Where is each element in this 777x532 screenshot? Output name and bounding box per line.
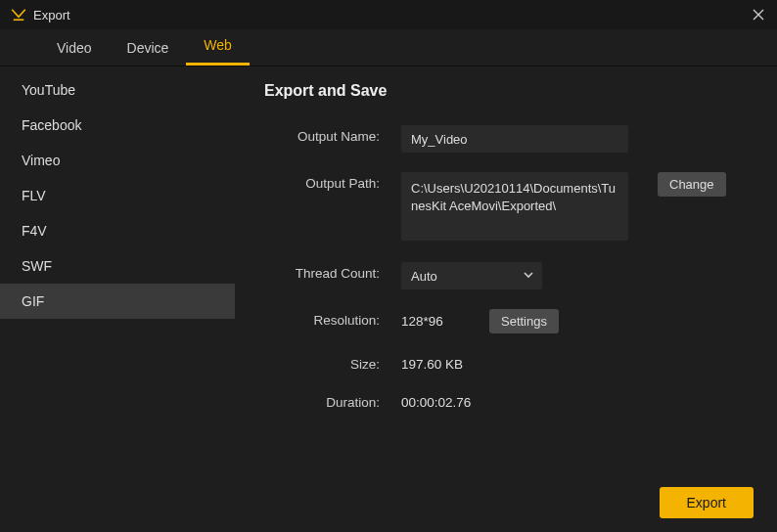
export-button[interactable]: Export	[660, 487, 754, 518]
change-path-button[interactable]: Change	[658, 172, 726, 197]
sidebar-item-swf[interactable]: SWF	[0, 248, 235, 284]
thread-count-value: Auto	[411, 269, 523, 284]
sidebar-item-gif[interactable]: GIF	[0, 284, 235, 319]
resolution-value: 128*96	[401, 314, 460, 329]
label-output-path: Output Path:	[264, 172, 401, 191]
row-output-path: Output Path: C:\Users\U20210114\Document…	[264, 172, 757, 241]
tab-video[interactable]: Video	[39, 32, 110, 66]
app-logo-icon	[10, 6, 27, 23]
output-name-input[interactable]	[401, 125, 628, 153]
format-sidebar: YouTube Facebook Vimeo FLV F4V SWF GIF	[0, 66, 235, 532]
label-size: Size:	[264, 353, 401, 372]
titlebar: Export	[0, 0, 777, 29]
tab-bar: Video Device Web	[0, 29, 777, 66]
window-title: Export	[33, 8, 70, 22]
output-path-display: C:\Users\U20210114\Documents\TunesKit Ac…	[401, 172, 628, 241]
export-settings-panel: Export and Save Output Name: Output Path…	[235, 66, 777, 532]
sidebar-item-youtube[interactable]: YouTube	[0, 72, 235, 108]
panel-heading: Export and Save	[264, 82, 757, 100]
resolution-settings-button[interactable]: Settings	[489, 309, 559, 333]
tab-device[interactable]: Device	[110, 32, 187, 66]
label-resolution: Resolution:	[264, 309, 401, 328]
label-thread-count: Thread Count:	[264, 262, 401, 281]
row-output-name: Output Name:	[264, 125, 757, 153]
size-value: 197.60 KB	[401, 353, 463, 372]
label-output-name: Output Name:	[264, 125, 401, 144]
row-size: Size: 197.60 KB	[264, 353, 757, 372]
row-duration: Duration: 00:00:02.76	[264, 391, 757, 410]
tab-web[interactable]: Web	[186, 29, 250, 66]
footer: Export	[660, 487, 754, 518]
main-area: YouTube Facebook Vimeo FLV F4V SWF GIF E…	[0, 66, 777, 532]
chevron-down-icon	[523, 267, 534, 285]
sidebar-item-flv[interactable]: FLV	[0, 178, 235, 213]
row-resolution: Resolution: 128*96 Settings	[264, 309, 757, 333]
row-thread-count: Thread Count: Auto	[264, 262, 757, 289]
duration-value: 00:00:02.76	[401, 391, 471, 410]
sidebar-item-f4v[interactable]: F4V	[0, 213, 235, 248]
label-duration: Duration:	[264, 391, 401, 410]
close-icon[interactable]	[750, 6, 767, 23]
sidebar-item-facebook[interactable]: Facebook	[0, 108, 235, 143]
thread-count-select[interactable]: Auto	[401, 262, 542, 289]
export-window: Export Video Device Web YouTube Facebook…	[0, 0, 777, 532]
sidebar-item-vimeo[interactable]: Vimeo	[0, 143, 235, 178]
